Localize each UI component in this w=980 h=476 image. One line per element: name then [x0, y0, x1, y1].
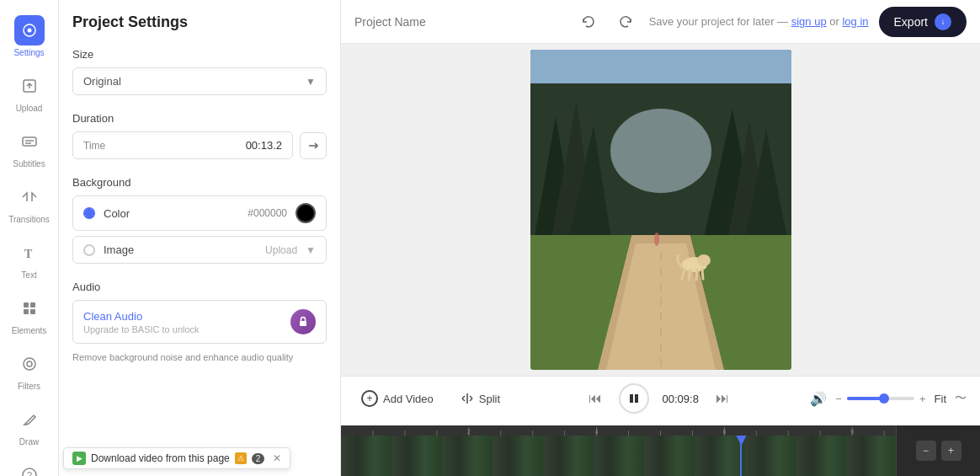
duration-expand-button[interactable] — [300, 132, 327, 159]
svg-rect-45 — [630, 394, 633, 403]
add-video-label: Add Video — [383, 393, 434, 405]
fit-button[interactable]: Fit — [935, 393, 946, 405]
help-icon: ? — [20, 466, 39, 476]
audio-upgrade-icon[interactable] — [290, 309, 316, 334]
zoom-thumb[interactable] — [879, 393, 889, 404]
export-download-icon: ↓ — [935, 13, 951, 30]
export-button[interactable]: Export ↓ — [879, 7, 967, 37]
audio-panel: Clean Audio Upgrade to BASIC to unlock — [72, 300, 327, 344]
timeline-ruler: 2 4 6 9 12 — [341, 425, 980, 436]
timeline-controls: − + — [916, 441, 961, 461]
help-icon-wrap: ? — [14, 460, 45, 476]
download-play-icon: ▶ — [72, 452, 86, 465]
transitions-icon-wrap — [14, 182, 45, 212]
upgrade-label: Upgrade to BASIC to unlock — [83, 324, 200, 334]
video-preview — [530, 50, 791, 370]
project-name-input[interactable] — [354, 15, 565, 29]
save-text: Save your project for later — sign up or… — [649, 15, 869, 28]
shield-badge-icon: ⚠ — [235, 452, 247, 464]
split-button[interactable]: Split — [454, 388, 507, 409]
sidebar-item-elements-label: Elements — [12, 326, 47, 335]
skip-forward-button[interactable]: ⏭ — [712, 388, 732, 409]
clean-audio-label[interactable]: Clean Audio — [83, 310, 200, 323]
canvas-area — [341, 44, 980, 376]
color-option[interactable]: Color #000000 — [72, 195, 327, 231]
color-hex-value: #000000 — [248, 207, 287, 219]
svg-text:?: ? — [27, 470, 32, 476]
playhead[interactable] — [740, 436, 742, 476]
add-video-button[interactable]: + Add Video — [354, 387, 440, 410]
sidebar-item-settings-label: Settings — [13, 48, 44, 57]
sidebar-item-text[interactable]: T Text — [0, 231, 58, 286]
color-option-label: Color — [104, 207, 239, 220]
upload-button[interactable]: Upload — [265, 244, 297, 256]
zoom-track[interactable] — [847, 397, 914, 400]
timeline-add-button[interactable]: + — [941, 441, 961, 461]
sidebar-item-elements[interactable]: Elements — [0, 286, 58, 342]
sidebar-item-filters[interactable]: Filters — [0, 342, 58, 398]
settings-title: Project Settings — [72, 13, 327, 31]
sidebar-item-draw[interactable]: Draw — [0, 398, 58, 453]
svg-rect-18 — [300, 321, 306, 326]
redo-button[interactable] — [612, 8, 639, 35]
close-banner-button[interactable]: ✕ — [273, 452, 281, 464]
size-select[interactable]: Original ▼ — [72, 67, 327, 95]
video-scene-svg — [530, 50, 791, 370]
size-section: Size Original ▼ — [72, 48, 327, 95]
timeline-content[interactable] — [341, 436, 896, 476]
filters-icon — [20, 355, 39, 373]
sidebar-item-help[interactable]: ? — [0, 453, 58, 476]
upload-icon — [20, 77, 39, 95]
lock-icon — [296, 315, 310, 329]
svg-rect-11 — [30, 309, 35, 314]
undo-button[interactable] — [575, 8, 602, 35]
time-type-label: Time — [83, 140, 105, 152]
log-in-link[interactable]: log in — [842, 15, 868, 28]
undo-icon — [581, 14, 596, 29]
time-input[interactable]: Time 00:13.2 — [72, 131, 293, 159]
sidebar-item-draw-label: Draw — [19, 437, 39, 447]
svg-rect-4 — [23, 137, 36, 146]
color-swatch[interactable] — [296, 203, 316, 223]
svg-rect-9 — [30, 302, 35, 308]
svg-point-1 — [27, 29, 31, 33]
duration-row: Time 00:13.2 — [72, 131, 327, 159]
draw-icon-wrap — [14, 404, 45, 435]
text-icon: T — [20, 243, 39, 262]
sidebar-item-settings[interactable]: Settings — [0, 8, 58, 64]
background-label: Background — [72, 176, 327, 189]
svg-text:9: 9 — [850, 429, 854, 435]
pause-button[interactable] — [619, 383, 649, 414]
sidebar-item-subtitles[interactable]: Subtitles — [0, 120, 58, 175]
time-value: 00:13.2 — [246, 139, 282, 152]
skip-back-button[interactable]: ⏮ — [585, 388, 605, 409]
timeline-zoom-out[interactable]: − — [916, 441, 936, 461]
svg-text:2: 2 — [467, 429, 471, 435]
sidebar: Settings Upload Subtitles — [0, 0, 59, 476]
image-radio[interactable] — [83, 244, 95, 256]
svg-point-12 — [24, 358, 35, 370]
volume-icon[interactable]: 🔊 — [810, 391, 827, 407]
draw-icon — [20, 410, 39, 429]
image-option[interactable]: Image Upload ▼ — [72, 236, 327, 264]
subtitles-icon — [20, 132, 39, 151]
settings-icon-wrap — [14, 15, 45, 45]
upload-icon-wrap — [14, 71, 45, 101]
sidebar-item-upload[interactable]: Upload — [0, 64, 58, 120]
duration-section: Duration Time 00:13.2 — [72, 112, 327, 159]
download-banner: ▶ Download video from this page ⚠ 2 ✕ — [63, 447, 290, 469]
top-bar: Save your project for later — sign up or… — [341, 0, 980, 44]
sidebar-item-transitions[interactable]: Transitions — [0, 175, 58, 231]
svg-text:4: 4 — [595, 429, 599, 435]
playback-right: 🔊 − + Fit 〜 — [810, 391, 967, 407]
svg-point-13 — [27, 361, 32, 366]
svg-line-36 — [689, 270, 690, 280]
waveform-icon[interactable]: 〜 — [955, 391, 967, 406]
split-label: Split — [479, 393, 500, 405]
zoom-out-icon[interactable]: − — [835, 393, 842, 405]
zoom-in-icon[interactable]: + — [919, 393, 926, 405]
sidebar-item-subtitles-label: Subtitles — [13, 159, 45, 168]
color-radio[interactable] — [83, 207, 95, 219]
sign-up-link[interactable]: sign up — [791, 15, 827, 28]
upload-chevron-icon: ▼ — [306, 244, 316, 256]
